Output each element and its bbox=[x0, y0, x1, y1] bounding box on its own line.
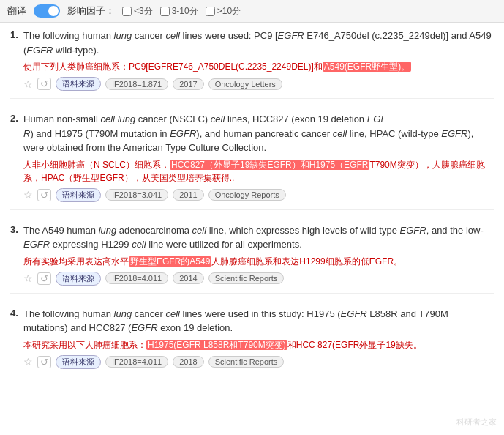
result-text-1: The following human lung cancer cell lin… bbox=[23, 29, 494, 57]
if-badge-2: IF2018=3.041 bbox=[105, 189, 168, 201]
source-badge-1[interactable]: 语料来源 bbox=[56, 77, 101, 91]
journal-badge-2: Oncology Reports bbox=[208, 189, 286, 201]
journal-badge-3: Scientific Reports bbox=[208, 272, 285, 284]
translate-toggle[interactable] bbox=[34, 4, 60, 18]
star-icon-3[interactable]: ☆ bbox=[23, 272, 33, 284]
refresh-icon-1[interactable]: ↺ bbox=[37, 78, 51, 90]
year-badge-1: 2017 bbox=[173, 78, 203, 90]
star-icon-1[interactable]: ☆ bbox=[23, 78, 33, 90]
highlight-2: HCC827（外显子19缺失EGFR）和H1975（EGFR bbox=[170, 160, 369, 170]
filter-less3-label: <3分 bbox=[134, 5, 153, 18]
source-badge-3[interactable]: 语料来源 bbox=[56, 272, 101, 286]
toggle-knob bbox=[48, 6, 59, 16]
result-item-4: 4. The following human lung cancer cell … bbox=[10, 307, 494, 376]
result-item-3: 3. The A549 human lung adenocarcinoma ce… bbox=[10, 223, 494, 294]
star-icon-2[interactable]: ☆ bbox=[23, 189, 33, 201]
filter-more10-label: >10分 bbox=[217, 5, 241, 18]
highlight-3: 野生型EGFR的A549 bbox=[129, 256, 211, 267]
result-item-2: 2. Human non-small cell lung cancer (NSC… bbox=[10, 112, 494, 210]
refresh-icon-2[interactable]: ↺ bbox=[37, 189, 51, 201]
result-number-4: 4. bbox=[10, 308, 18, 319]
if-badge-3: IF2018=4.011 bbox=[105, 272, 168, 284]
translate-label: 翻译 bbox=[7, 4, 26, 18]
filter-less3[interactable]: <3分 bbox=[122, 5, 153, 18]
chinese-text-4: 本研究采用以下人肺癌细胞系：H1975(EGFR L858R和T790M突变)和… bbox=[23, 338, 494, 352]
star-icon-4[interactable]: ☆ bbox=[23, 356, 33, 368]
filter-less3-checkbox[interactable] bbox=[122, 7, 132, 16]
meta-bar-2: ☆ ↺ 语料来源 IF2018=3.041 2011 Oncology Repo… bbox=[23, 188, 494, 202]
if-badge-4: IF2018=4.011 bbox=[105, 356, 168, 368]
filter-3to10-checkbox[interactable] bbox=[160, 7, 170, 16]
source-badge-4[interactable]: 语料来源 bbox=[56, 355, 101, 369]
result-text-4: The following human lung cancer cell lin… bbox=[23, 307, 494, 335]
chinese-text-1: 使用下列人类肺癌细胞系：PC9[EGFRE746_A750DEL(C.2235_… bbox=[23, 60, 494, 73]
refresh-icon-4[interactable]: ↺ bbox=[37, 356, 51, 368]
highlight-1: A549(EGFR野生型)。 bbox=[323, 62, 411, 72]
chinese-text-2: 人非小细胞肺癌（N SCLC）细胞系，HCC827（外显子19缺失EGFR）和H… bbox=[23, 158, 494, 185]
top-bar: 翻译 影响因子： <3分 3-10分 >10分 bbox=[0, 0, 504, 23]
results-content: 1. The following human lung cancer cell … bbox=[0, 23, 504, 397]
chinese-text-3: 所有实验均采用表达高水平野生型EGFR的A549人肺腺癌细胞系和表达H1299细… bbox=[23, 255, 494, 268]
year-badge-3: 2014 bbox=[173, 272, 203, 284]
if-badge-1: IF2018=1.871 bbox=[105, 78, 168, 90]
meta-bar-3: ☆ ↺ 语料来源 IF2018=4.011 2014 Scientific Re… bbox=[23, 272, 494, 286]
highlight-4: H1975(EGFR L858R和T790M突变) bbox=[146, 340, 287, 350]
filter-more10[interactable]: >10分 bbox=[206, 5, 241, 18]
year-badge-4: 2018 bbox=[173, 356, 203, 368]
refresh-icon-3[interactable]: ↺ bbox=[37, 272, 51, 285]
filter-3to10-label: 3-10分 bbox=[172, 5, 198, 18]
result-number-1: 1. bbox=[10, 29, 18, 40]
source-badge-2[interactable]: 语料来源 bbox=[56, 188, 101, 202]
result-number-3: 3. bbox=[10, 224, 18, 235]
result-item-1: 1. The following human lung cancer cell … bbox=[10, 29, 494, 99]
journal-badge-1: Oncology Letters bbox=[208, 78, 282, 90]
result-number-2: 2. bbox=[10, 113, 18, 124]
journal-badge-4: Scientific Reports bbox=[208, 356, 285, 368]
filter-3to10[interactable]: 3-10分 bbox=[160, 5, 198, 18]
year-badge-2: 2011 bbox=[173, 189, 203, 201]
result-text-2: Human non-small cell lung cancer (NSCLC)… bbox=[23, 112, 494, 155]
filter-more10-checkbox[interactable] bbox=[206, 7, 215, 16]
meta-bar-1: ☆ ↺ 语料来源 IF2018=1.871 2017 Oncology Lett… bbox=[23, 77, 494, 91]
result-text-3: The A549 human lung adenocarcinoma cell … bbox=[23, 223, 494, 252]
watermark: 科研者之家 bbox=[456, 417, 497, 428]
filter-label: 影响因子： bbox=[67, 4, 115, 18]
meta-bar-4: ☆ ↺ 语料来源 IF2018=4.011 2018 Scientific Re… bbox=[23, 355, 494, 369]
